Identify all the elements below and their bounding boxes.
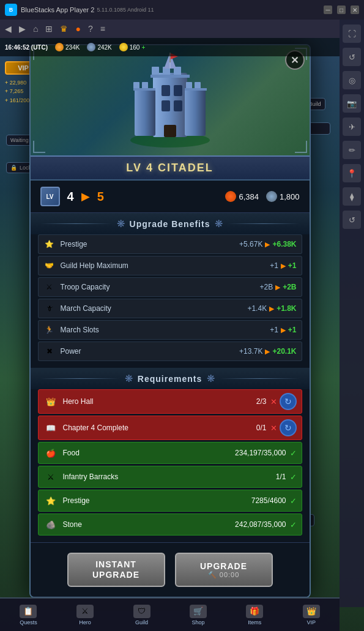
hero-icon: ⚔ xyxy=(76,605,94,618)
instant-upgrade-button[interactable]: INSTANTUPGRADE xyxy=(67,553,165,587)
nav-item-guild[interactable]: 🛡 Guild xyxy=(133,605,150,625)
sidebar-screenshot[interactable]: 📷 xyxy=(343,94,361,113)
power-label: Power xyxy=(61,347,240,356)
sidebar-rotate[interactable]: ↺ xyxy=(343,48,361,66)
nav-item-hero[interactable]: ⚔ Hero xyxy=(76,605,94,625)
march-cap-arrow: ▶ xyxy=(269,305,274,313)
req-row-stone: 🪨 Stone 242,087/35,000 ✓ xyxy=(38,513,302,536)
svg-rect-18 xyxy=(164,125,176,137)
march-cap-next: +1.8K xyxy=(277,304,296,313)
power-icon: ✖ xyxy=(43,345,56,357)
benefits-line-left xyxy=(40,223,112,224)
req-deco-right: ❋ xyxy=(207,373,215,384)
food-req-value: 234,197/35,000 xyxy=(235,449,286,457)
prestige-values: +5.67K ▶ +6.38K xyxy=(239,240,296,248)
troop-arrow: ▶ xyxy=(275,283,280,291)
sidebar-refresh[interactable]: ↺ xyxy=(343,211,361,229)
svg-rect-2 xyxy=(135,88,155,136)
gold-value: 160 xyxy=(130,44,140,51)
benefit-row-guild: 🤝 Guild Help Maximum +1 ▶ +1 xyxy=(38,256,302,275)
sidebar-location[interactable]: 📍 xyxy=(343,164,361,182)
chapter4-value: 0/1 xyxy=(256,424,267,432)
upgrade-button[interactable]: UPGRADE 🔨 00:00 xyxy=(175,553,273,587)
nav-item-items[interactable]: 🎁 Items xyxy=(246,605,263,625)
back-button[interactable]: ◀ xyxy=(5,24,12,34)
maximize-button[interactable]: □ xyxy=(337,6,346,14)
deco-corner-br xyxy=(295,141,307,153)
nav-item-vip[interactable]: 👑 VIP xyxy=(303,605,320,625)
req-header-title: Requirements xyxy=(138,374,202,384)
prestige-req-status: ✓ xyxy=(290,496,297,506)
minimize-button[interactable]: ─ xyxy=(324,6,332,14)
req-row-chapter4: 📖 Chapter 4 Complete 0/1 ✕ ↻ xyxy=(38,416,302,440)
benefit-row-march-cap: 🗡 March Capacity +1.4K ▶ +1.8K xyxy=(38,299,302,318)
hero-hall-status: ✕ xyxy=(270,397,277,406)
stone-cost-value: 1,800 xyxy=(280,192,300,201)
citadel-svg xyxy=(121,51,219,149)
nav-item-shop[interactable]: 🛒 Shop xyxy=(190,605,207,625)
home-button[interactable]: ⌂ xyxy=(33,24,38,34)
close-window-button[interactable]: ✕ xyxy=(351,6,359,14)
nav-item-quests[interactable]: 📋 Quests xyxy=(20,605,37,625)
svg-rect-13 xyxy=(185,88,207,91)
prestige-label: Prestige xyxy=(61,240,240,248)
req-row-prestige-req: ⭐ Prestige 7285/4600 ✓ xyxy=(38,490,302,512)
req-row-hero-hall: 👑 Hero Hall 2/3 ✕ ↻ xyxy=(38,389,302,414)
hero-hall-refresh-button[interactable]: ↻ xyxy=(280,393,297,410)
food-req-status: ✓ xyxy=(290,449,297,458)
gold-icon xyxy=(119,43,128,51)
power-arrow: ▶ xyxy=(265,348,270,356)
benefits-deco-left: ❋ xyxy=(117,218,125,230)
guild-arrow: ▶ xyxy=(281,262,286,270)
browser-navbar: ◀ ▶ ⌂ ⊞ ♛ ● ? ≡ xyxy=(0,20,340,38)
dialog-title: LV 4 CITADEL xyxy=(35,162,305,174)
troop-icon: ⚔ xyxy=(43,281,56,293)
forward-button[interactable]: ▶ xyxy=(19,24,26,34)
stone-req-value: 242,087/35,000 xyxy=(235,520,286,529)
sidebar-fullscreen[interactable]: ⛶ xyxy=(343,24,361,43)
level-selector: LV 4 ▶ 5 6,384 1,800 xyxy=(31,181,310,213)
march-slots-arrow: ▶ xyxy=(281,326,286,334)
march-cap-current: +1.4K xyxy=(247,304,267,313)
guild-values: +1 ▶ +1 xyxy=(270,261,296,270)
menu-button[interactable]: ≡ xyxy=(100,24,105,34)
sidebar-flight[interactable]: ✈ xyxy=(343,118,361,136)
deco-corner-bl xyxy=(33,141,45,153)
help-button[interactable]: ? xyxy=(88,24,93,34)
benefits-line-right xyxy=(228,223,299,224)
crown-icon: ♛ xyxy=(60,24,68,34)
benefits-section-header: ❋ Upgrade Benefits ❋ xyxy=(31,213,310,234)
prestige-req-value: 7285/4600 xyxy=(251,496,286,505)
guild-icon: 🤝 xyxy=(43,259,56,272)
currency1-icon xyxy=(55,43,64,51)
bluestacks-titlebar: B BlueStacks App Player 2 5.11.0.1085 An… xyxy=(0,0,364,20)
guild-label: Guild Help Maximum xyxy=(61,261,270,270)
grid-button[interactable]: ⊞ xyxy=(45,24,53,34)
benefits-header-title: Upgrade Benefits xyxy=(130,219,210,229)
food-cost: 6,384 xyxy=(225,191,259,202)
fire-icon: ● xyxy=(75,24,80,34)
benefits-deco-right: ❋ xyxy=(215,218,223,230)
benefit-row-march-slots: 🏃 March Slots +1 ▶ +1 xyxy=(38,320,302,340)
sidebar-edit[interactable]: ✏ xyxy=(343,141,361,159)
req-row-food: 🍎 Food 234,197/35,000 ✓ xyxy=(38,442,302,464)
hero-label: Hero xyxy=(79,619,91,625)
currency1-value: 234K xyxy=(65,44,80,51)
resource-gold: 160 + xyxy=(119,43,146,51)
requirements-section: 👑 Hero Hall 2/3 ✕ ↻ 📖 Chapter 4 Complete… xyxy=(31,389,310,542)
svg-rect-7 xyxy=(150,75,190,78)
sidebar-camera[interactable]: ◎ xyxy=(343,71,361,89)
sidebar-layers[interactable]: ⧫ xyxy=(343,187,361,206)
gold-plus: + xyxy=(141,44,145,51)
march-slots-next: +1 xyxy=(288,326,297,334)
upgrade-time: 🔨 00:00 xyxy=(208,571,240,579)
chapter4-icon: 📖 xyxy=(43,420,58,435)
chapter4-refresh-button[interactable]: ↻ xyxy=(280,419,297,436)
shop-label: Shop xyxy=(191,619,204,625)
march-slots-icon: 🏃 xyxy=(43,324,56,336)
guild-label: Guild xyxy=(135,619,148,625)
troop-current: +2B xyxy=(259,283,273,291)
troop-next: +2B xyxy=(283,283,296,291)
app-title: BlueStacks App Player 2 xyxy=(21,6,94,13)
stone-req-icon: 🪨 xyxy=(43,517,58,532)
